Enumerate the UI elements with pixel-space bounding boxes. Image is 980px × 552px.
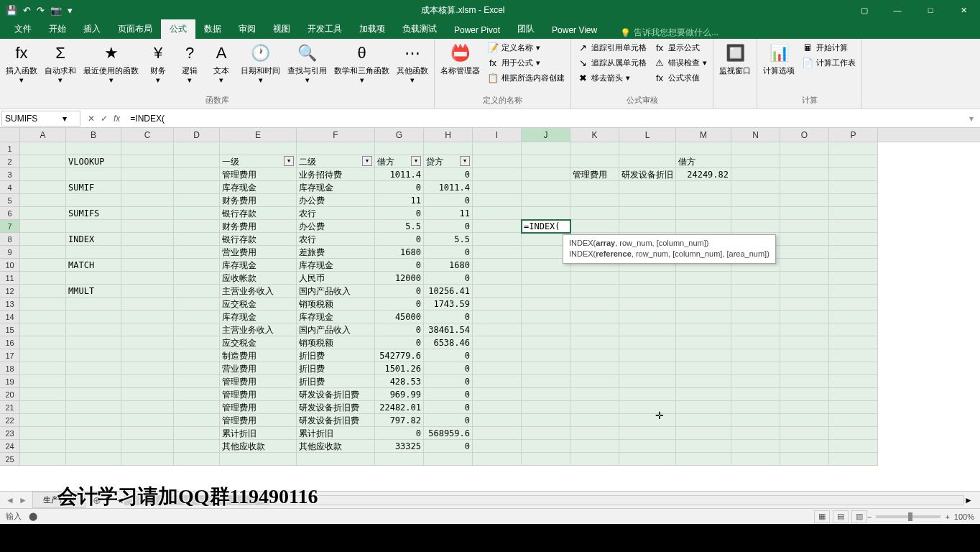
normal-view-icon[interactable]: ▦ — [814, 510, 830, 523]
cell[interactable] — [473, 272, 522, 285]
cell[interactable] — [20, 453, 66, 466]
cell[interactable] — [473, 375, 522, 388]
page-break-view-icon[interactable]: ▥ — [851, 510, 867, 523]
redo-icon[interactable]: ↷ — [37, 5, 45, 16]
cell[interactable] — [570, 298, 619, 310]
cell[interactable] — [731, 155, 780, 168]
col-header[interactable]: A — [20, 128, 66, 142]
cell[interactable] — [66, 246, 121, 259]
cell[interactable] — [121, 220, 174, 233]
cell[interactable] — [174, 298, 220, 310]
cell[interactable] — [174, 440, 220, 453]
row-header[interactable]: 6 — [0, 207, 20, 220]
cell[interactable] — [375, 453, 424, 466]
cell[interactable]: 1680 — [424, 259, 473, 272]
cell[interactable] — [829, 272, 878, 285]
cell[interactable] — [619, 362, 676, 375]
cell[interactable] — [522, 375, 570, 388]
cell[interactable]: 累计折旧 — [220, 427, 297, 440]
cell[interactable] — [731, 388, 780, 401]
cell[interactable] — [121, 142, 174, 155]
ribbon-button[interactable]: ★最近使用的函数▾ — [80, 40, 142, 86]
row-header[interactable]: 19 — [0, 375, 20, 388]
cell[interactable] — [780, 414, 829, 427]
cell[interactable] — [780, 310, 829, 323]
cell[interactable] — [174, 336, 220, 349]
cell[interactable] — [522, 181, 570, 194]
cell[interactable]: 1501.26 — [375, 362, 424, 375]
cell[interactable] — [473, 362, 522, 375]
macro-record-icon[interactable]: ⬤ — [29, 512, 37, 521]
cell[interactable]: 业务招待费 — [297, 168, 375, 181]
cell[interactable] — [20, 414, 66, 427]
cell[interactable]: 11 — [375, 194, 424, 207]
cell[interactable] — [619, 427, 676, 440]
cell[interactable] — [121, 298, 174, 310]
cell[interactable] — [570, 285, 619, 298]
camera-icon[interactable]: 📷 — [50, 5, 62, 16]
row-header[interactable]: 22 — [0, 414, 20, 427]
row-header[interactable]: 7 — [0, 220, 20, 233]
zoom-level[interactable]: 100% — [954, 512, 974, 521]
cell[interactable]: INDEX — [66, 233, 121, 246]
row-header[interactable]: 13 — [0, 298, 20, 310]
ribbon-button[interactable]: 🕐日期和时间▾ — [238, 40, 283, 86]
cell[interactable] — [676, 285, 731, 298]
cell[interactable]: 1011.4 — [424, 181, 473, 194]
cell[interactable]: 0 — [424, 440, 473, 453]
name-box-input[interactable] — [5, 114, 63, 124]
cell[interactable] — [731, 194, 780, 207]
zoom-slider[interactable] — [876, 515, 940, 518]
cell[interactable] — [174, 388, 220, 401]
tab-developer[interactable]: 开发工具 — [299, 19, 351, 39]
cell[interactable]: 销项税额 — [297, 336, 375, 349]
cell[interactable] — [66, 440, 121, 453]
cell[interactable] — [20, 155, 66, 168]
cell[interactable] — [829, 349, 878, 362]
cell[interactable] — [20, 259, 66, 272]
cell[interactable]: 办公费 — [297, 220, 375, 233]
cell[interactable] — [174, 375, 220, 388]
cell[interactable] — [676, 362, 731, 375]
filter-dropdown-icon[interactable]: ▾ — [362, 156, 372, 166]
cell[interactable] — [570, 349, 619, 362]
cell[interactable] — [619, 414, 676, 427]
tab-loadtest[interactable]: 负载测试 — [394, 19, 445, 39]
tell-me[interactable]: 💡告诉我您想要做什么... — [606, 27, 980, 39]
zoom-in-button[interactable]: + — [945, 512, 949, 521]
col-header[interactable]: F — [297, 128, 375, 142]
ribbon-button[interactable]: Σ自动求和▾ — [42, 40, 79, 86]
cell[interactable] — [66, 336, 121, 349]
cell[interactable] — [619, 375, 676, 388]
cell[interactable] — [174, 194, 220, 207]
cell[interactable] — [522, 414, 570, 427]
cell[interactable] — [676, 323, 731, 336]
cell[interactable] — [297, 142, 375, 155]
cell[interactable] — [829, 207, 878, 220]
cell[interactable] — [619, 453, 676, 466]
select-all-corner[interactable] — [0, 128, 20, 142]
cell[interactable] — [731, 298, 780, 310]
cell[interactable] — [522, 285, 570, 298]
ribbon-options-icon[interactable]: ▢ — [848, 0, 881, 20]
cell[interactable] — [473, 440, 522, 453]
cell[interactable] — [174, 349, 220, 362]
cell[interactable] — [473, 336, 522, 349]
trace-precedents-button[interactable]: ↗追踪引用单元格 — [574, 40, 650, 55]
cell[interactable] — [121, 440, 174, 453]
cell[interactable] — [121, 336, 174, 349]
cell[interactable]: 银行存款 — [220, 207, 297, 220]
cell[interactable] — [20, 246, 66, 259]
cell[interactable] — [522, 362, 570, 375]
cell[interactable] — [731, 168, 780, 181]
cell[interactable] — [473, 285, 522, 298]
cell[interactable]: 6538.46 — [424, 336, 473, 349]
tab-file[interactable]: 文件 — [6, 19, 40, 39]
cell[interactable] — [829, 375, 878, 388]
cell[interactable] — [780, 155, 829, 168]
cell[interactable] — [676, 427, 731, 440]
cell[interactable] — [473, 259, 522, 272]
cell[interactable] — [20, 427, 66, 440]
cell[interactable] — [121, 181, 174, 194]
cell[interactable] — [829, 142, 878, 155]
